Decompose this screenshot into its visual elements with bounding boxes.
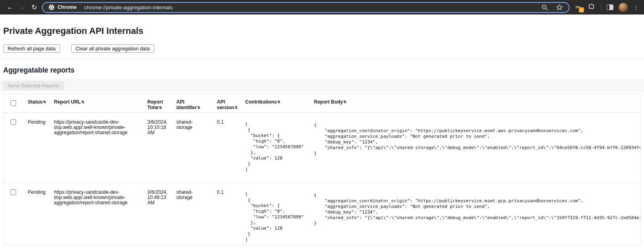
row-checkbox[interactable]: [10, 189, 16, 195]
profile-avatar[interactable]: [619, 3, 628, 12]
extensions-puzzle-icon[interactable]: [588, 3, 596, 11]
contributions-cell: [ { "bucket": { "high": "0", "low": "123…: [245, 183, 314, 245]
chrome-logo-icon: [48, 4, 55, 10]
report-body-cell: { "aggregation_coordinator_origin": "htt…: [314, 183, 640, 245]
reports-toolbar-band: Send Selected Reports: [0, 79, 644, 92]
report-url-cell: https://privacy-sandcastle-dev- dsp.web.…: [54, 183, 147, 245]
sort-icon: ⇅: [343, 100, 347, 104]
refresh-all-button[interactable]: Refresh all page data: [3, 44, 60, 53]
column-header-report-body[interactable]: Report Body⇅: [314, 94, 640, 112]
api-identifier-cell: shared- storage: [176, 112, 217, 183]
url-text[interactable]: chrome://private-aggregation-internals: [84, 4, 541, 10]
back-icon[interactable]: ←: [4, 1, 16, 13]
chrome-site-chip: Chrome: [48, 4, 76, 10]
sort-icon: ⇅: [277, 100, 281, 104]
contributions-cell: [ { "bucket": { "high": "0", "low": "123…: [245, 112, 314, 183]
api-version-cell: 0.1: [217, 112, 245, 183]
column-header-report-url[interactable]: Report URL⇅: [54, 94, 147, 112]
page-title: Private Aggregation API Internals: [3, 26, 641, 36]
side-panel-icon[interactable]: [607, 4, 613, 10]
column-header-api-identifier[interactable]: API identifier⇅: [176, 94, 217, 112]
column-header-report-time[interactable]: Report Time⇅: [147, 94, 176, 112]
row-checkbox[interactable]: [10, 119, 16, 125]
report-url-cell: https://privacy-sandcastle-dev- dsp.web.…: [54, 112, 147, 183]
aggregatable-reports-title: Aggregatable reports: [3, 66, 641, 75]
table-row: Pending https://privacy-sandcastle-dev- …: [4, 183, 640, 245]
report-body-cell: { "aggregation_coordinator_origin": "htt…: [314, 112, 640, 183]
status-cell: Pending: [28, 183, 54, 245]
sort-icon: ⇅: [43, 100, 46, 104]
sort-icon: ⇅: [197, 106, 200, 110]
select-all-checkbox[interactable]: [10, 100, 16, 106]
forward-icon[interactable]: →: [16, 1, 28, 13]
menu-dots-icon[interactable]: ⋮: [633, 4, 639, 10]
api-identifier-cell: shared- storage: [176, 183, 217, 245]
reports-table-container: Status⇅ Report URL⇅ Report Time⇅ API ide…: [3, 94, 641, 245]
table-header-row: Status⇅ Report URL⇅ Report Time⇅ API ide…: [4, 94, 640, 112]
zoom-icon[interactable]: [541, 4, 548, 11]
toolbar-divider: [601, 4, 601, 11]
reports-table: Status⇅ Report URL⇅ Report Time⇅ API ide…: [4, 94, 640, 245]
sort-icon: ⇅: [159, 106, 162, 110]
page-content: Private Aggregation API Internals Refres…: [0, 26, 644, 245]
chrome-chip-label: Chrome: [58, 4, 76, 10]
report-time-cell: 3/6/2024, 10:10:18 AM: [147, 112, 176, 183]
extension-badge: 1: [579, 7, 584, 12]
clear-all-button[interactable]: Clear all private aggregation data: [71, 44, 154, 53]
column-header-api-version[interactable]: API version⇅: [217, 94, 245, 112]
column-header-contributions[interactable]: Contributions⇅: [245, 94, 314, 112]
extension-scissors-icon[interactable]: ✂ 1: [574, 2, 582, 12]
reload-icon[interactable]: ↻: [28, 1, 40, 13]
address-bar[interactable]: Chrome chrome://private-aggregation-inte…: [42, 2, 570, 13]
report-time-cell: 3/6/2024, 10:49:13 AM: [147, 183, 176, 245]
api-version-cell: 0.1: [217, 183, 245, 245]
browser-toolbar: ← → ↻ Chrome chrome://private-aggregatio…: [0, 0, 644, 15]
bookmark-star-icon[interactable]: [556, 4, 563, 11]
sort-icon: ⇅: [81, 100, 85, 104]
section-divider: [0, 59, 644, 59]
send-selected-reports-button[interactable]: Send Selected Reports: [3, 81, 64, 90]
table-row: Pending https://privacy-sandcastle-dev- …: [4, 112, 640, 183]
sort-icon: ⇅: [235, 106, 238, 110]
column-header-status[interactable]: Status⇅: [28, 94, 54, 112]
status-cell: Pending: [28, 112, 54, 183]
